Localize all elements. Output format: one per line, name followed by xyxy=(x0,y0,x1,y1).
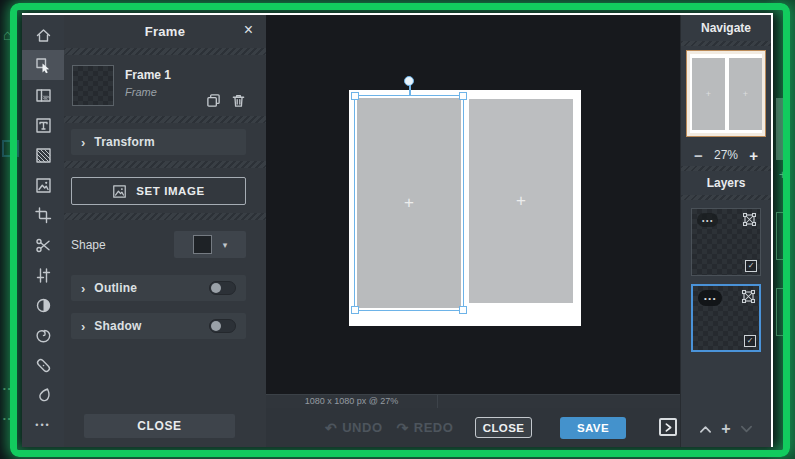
adjust-tool-icon[interactable] xyxy=(22,260,64,290)
more-tools-icon[interactable]: ••• xyxy=(22,410,64,440)
close-button[interactable]: CLOSE xyxy=(475,417,532,438)
frame-item-actions xyxy=(206,93,246,108)
divider xyxy=(64,48,266,55)
pattern-tool-icon[interactable] xyxy=(22,140,64,170)
shadow-label: Shadow xyxy=(94,319,141,333)
undo-label: UNDO xyxy=(342,420,382,435)
toggle-knob xyxy=(211,321,221,331)
bottom-toolbar: ↶ UNDO ↷ REDO CLOSE SAVE xyxy=(266,408,680,447)
undo-icon: ↶ xyxy=(325,420,337,436)
layer-visibility-checkbox[interactable]: ✓ xyxy=(744,335,756,347)
text-tool-icon[interactable] xyxy=(22,110,64,140)
tools-sidebar: ••• xyxy=(22,15,64,447)
caret-down-icon: ▾ xyxy=(223,240,228,250)
layer-menu-icon[interactable]: ••• xyxy=(697,213,718,227)
chevron-right-icon: › xyxy=(81,136,85,149)
transform-section[interactable]: › Transform xyxy=(71,129,246,155)
plus-placeholder-icon: + xyxy=(516,191,526,211)
layer-visibility-checkbox[interactable]: ✓ xyxy=(745,260,757,272)
plus-placeholder-icon: + xyxy=(743,89,748,99)
layer-menu-icon[interactable]: ••• xyxy=(698,290,722,306)
redo-icon: ↷ xyxy=(397,420,409,436)
outline-label: Outline xyxy=(94,281,137,295)
zoom-in-button[interactable]: + xyxy=(749,147,758,164)
divider xyxy=(64,213,266,220)
contrast-tool-icon[interactable] xyxy=(22,290,64,320)
layers-title: Layers xyxy=(681,171,771,195)
shape-label: Shape xyxy=(71,238,106,252)
zoom-controls: − 27% + xyxy=(681,144,771,166)
image-tool-icon[interactable] xyxy=(22,170,64,200)
layer-order-controls: + xyxy=(681,411,771,447)
frame-item-thumbnail[interactable] xyxy=(72,65,114,106)
rotation-handle[interactable] xyxy=(404,76,414,86)
right-panel: Navigate + + − 27% + Layers ••• ✓ xyxy=(680,15,771,447)
properties-panel: Frame × Frame 1 Frame xyxy=(64,15,266,447)
frame-placeholder-2[interactable]: + xyxy=(469,99,573,303)
navigate-title: Navigate xyxy=(681,15,771,41)
selection-box[interactable] xyxy=(354,95,464,311)
move-layer-up-icon[interactable] xyxy=(699,420,712,438)
canvas-size-status: 1080 x 1080 px @ 27% xyxy=(266,395,438,408)
canvas-area[interactable]: + + xyxy=(266,15,680,394)
effects-tool-icon[interactable] xyxy=(22,320,64,350)
chevron-right-icon: › xyxy=(81,282,85,295)
shadow-toggle[interactable] xyxy=(209,319,236,333)
preview-frame-1: + xyxy=(692,58,725,130)
panel-title: Frame xyxy=(145,24,186,39)
resize-handle-bottom-left[interactable] xyxy=(351,306,359,314)
transform-label: Transform xyxy=(94,135,154,149)
editor-window: ••• Frame × Frame 1 Frame xyxy=(22,13,773,447)
plus-placeholder-icon: + xyxy=(706,89,711,99)
divider xyxy=(681,166,771,171)
shape-dropdown[interactable]: ▾ xyxy=(174,231,246,258)
zoom-level: 27% xyxy=(714,148,738,162)
resize-handle-top-right[interactable] xyxy=(459,92,467,100)
layer-item-1[interactable]: ••• ✓ xyxy=(691,208,761,276)
chevron-right-icon: › xyxy=(81,320,85,333)
shadow-section[interactable]: › Shadow xyxy=(71,313,246,339)
duplicate-icon[interactable] xyxy=(206,93,221,108)
divider xyxy=(681,41,771,46)
next-panel-button[interactable] xyxy=(659,418,677,436)
home-icon[interactable] xyxy=(22,20,64,50)
toggle-knob xyxy=(211,283,221,293)
shape-swatch xyxy=(193,235,212,254)
transform-box-icon xyxy=(742,212,757,231)
frame-item-type: Frame xyxy=(125,86,171,98)
outline-toggle[interactable] xyxy=(209,281,236,295)
select-tool-icon[interactable] xyxy=(22,50,64,80)
panel-close-icon[interactable]: × xyxy=(244,22,253,38)
delete-icon[interactable] xyxy=(231,93,246,108)
canvas-column: + + 1080 x 1080 px @ 27% xyxy=(266,15,680,447)
frame-item-row[interactable]: Frame 1 Frame xyxy=(64,55,266,116)
layer-item-2-selected[interactable]: ••• ✓ xyxy=(691,284,761,352)
redo-button[interactable]: ↷ REDO xyxy=(397,420,454,436)
add-layer-icon[interactable]: + xyxy=(721,421,730,437)
undo-button[interactable]: ↶ UNDO xyxy=(325,420,383,436)
outline-section[interactable]: › Outline xyxy=(71,275,246,301)
crop-tool-icon[interactable] xyxy=(22,200,64,230)
navigate-preview[interactable]: + + xyxy=(686,50,766,137)
preview-frame-2: + xyxy=(729,58,762,130)
smudge-tool-icon[interactable] xyxy=(22,380,64,410)
panel-close-button[interactable]: CLOSE xyxy=(84,414,235,438)
panel-spacer xyxy=(64,345,266,414)
set-image-button[interactable]: SET IMAGE xyxy=(71,177,246,205)
resize-handle-top-left[interactable] xyxy=(351,92,359,100)
cut-tool-icon[interactable] xyxy=(22,230,64,260)
frames-tool-icon[interactable] xyxy=(22,80,64,110)
resize-handle-bottom-right[interactable] xyxy=(459,306,467,314)
zoom-out-button[interactable]: − xyxy=(694,147,703,164)
shape-row: Shape ▾ xyxy=(71,231,246,258)
screenshot-stage: ⌂ •• •• + xyxy=(0,0,795,459)
save-button[interactable]: SAVE xyxy=(560,417,626,439)
move-layer-down-icon[interactable] xyxy=(740,420,753,438)
frame-item-meta: Frame 1 Frame xyxy=(125,65,171,106)
rotation-line xyxy=(409,85,411,96)
divider xyxy=(64,161,266,168)
panel-header: Frame × xyxy=(64,15,266,48)
artboard[interactable]: + + xyxy=(349,90,581,326)
redo-label: REDO xyxy=(414,420,454,435)
heal-tool-icon[interactable] xyxy=(22,350,64,380)
